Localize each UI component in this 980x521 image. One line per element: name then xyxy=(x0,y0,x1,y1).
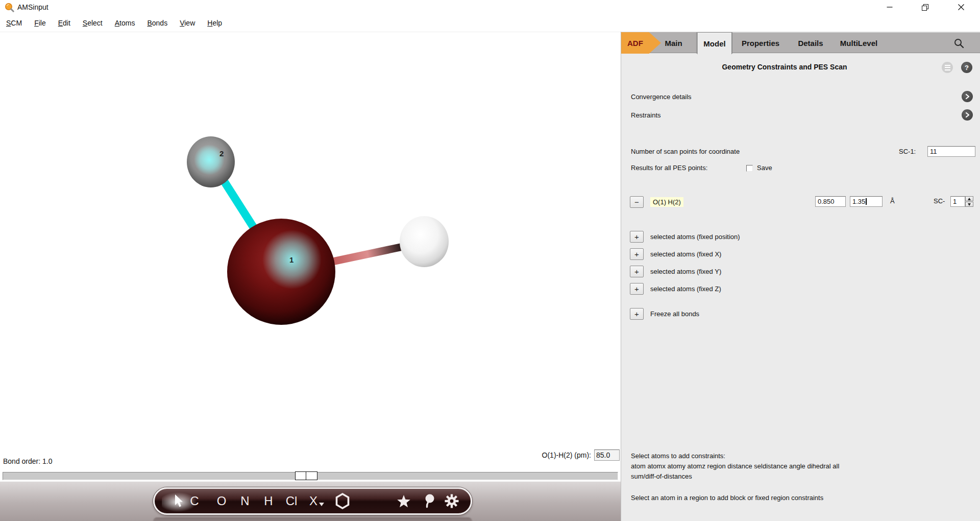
element-cl-button[interactable]: Cl xyxy=(282,489,301,513)
menu-help[interactable]: Help xyxy=(207,17,222,29)
panel-title: Geometry Constraints and PES Scan xyxy=(631,63,938,71)
region-help-text: Select an atom in a region to add block … xyxy=(631,494,968,502)
fixed-y-label: selected atoms (fixed Y) xyxy=(650,268,721,275)
star-icon xyxy=(397,494,411,508)
view-slider-track[interactable] xyxy=(3,472,618,480)
tab-properties[interactable]: Properties xyxy=(732,32,789,54)
chevron-right-icon xyxy=(964,111,971,119)
benzene-ring-icon xyxy=(335,492,350,510)
toolbar-strip: C O N H Cl X xyxy=(0,481,621,521)
menu-lines-icon xyxy=(945,65,950,66)
element-c-button[interactable]: C xyxy=(187,489,202,513)
restore-button[interactable] xyxy=(913,0,937,14)
adf-input-panel: ADF Main Model Properties Details MultiL… xyxy=(621,32,980,521)
scan-from-input[interactable]: 0.850 xyxy=(815,196,846,207)
element-toolbar: C O N H Cl X xyxy=(153,487,472,515)
scan-points-input[interactable]: 11 xyxy=(927,146,975,157)
menu-view[interactable]: View xyxy=(180,17,195,29)
element-n-button[interactable]: N xyxy=(238,489,252,513)
arrow-down-icon xyxy=(968,203,971,206)
bond-order-status: Bond order: 1.0 xyxy=(3,457,53,465)
menu-bar: SCM File Edit Select Atoms Bonds View He… xyxy=(0,14,621,32)
freeze-all-bonds-label: Freeze all bonds xyxy=(650,310,699,318)
fixed-x-label: selected atoms (fixed X) xyxy=(650,250,721,258)
menu-bonds[interactable]: Bonds xyxy=(147,17,167,29)
close-button[interactable] xyxy=(949,0,973,14)
menu-edit[interactable]: Edit xyxy=(58,17,70,29)
constraints-help-text: Select atoms to add constraints: atom at… xyxy=(631,451,968,482)
save-checkbox-label[interactable]: Save xyxy=(757,164,772,172)
molecule-3d-view[interactable]: 2 1 xyxy=(0,32,621,472)
select-tool-button[interactable] xyxy=(169,489,186,513)
settings-button[interactable] xyxy=(443,489,461,513)
gear-icon xyxy=(444,493,459,509)
tab-model[interactable]: Model xyxy=(697,32,732,54)
tab-multilevel[interactable]: MultiLevel xyxy=(832,32,886,54)
text-caret xyxy=(866,198,867,205)
add-fixed-z-button[interactable]: + xyxy=(630,283,644,295)
tab-group: Properties Details MultiLevel xyxy=(732,32,980,54)
balloon-tool-button[interactable] xyxy=(421,489,438,513)
atom-h2[interactable]: 2 xyxy=(187,136,235,187)
close-icon xyxy=(958,4,964,10)
search-icon xyxy=(953,38,965,49)
minimize-button[interactable] xyxy=(878,0,901,14)
menu-select[interactable]: Select xyxy=(83,17,103,29)
minimize-icon xyxy=(887,4,893,10)
panel-tab-bar: ADF Main Model Properties Details MultiL… xyxy=(621,32,980,53)
atom-o1[interactable]: 1 xyxy=(227,219,335,325)
panel-menu-button[interactable] xyxy=(942,62,953,73)
scan-to-input[interactable]: 1.35 xyxy=(850,196,883,207)
element-x-button[interactable]: X xyxy=(306,489,321,513)
arrow-up-icon xyxy=(968,198,971,200)
menu-atoms[interactable]: Atoms xyxy=(115,17,135,29)
fixed-z-label: selected atoms (fixed Z) xyxy=(650,285,721,293)
sc-label: SC- xyxy=(934,197,945,205)
view-slider-handle[interactable] xyxy=(295,471,317,480)
distance-label: O(1)-H(2) (pm): xyxy=(459,451,591,459)
sc-number-input[interactable]: 1 xyxy=(950,196,965,207)
save-checkbox[interactable] xyxy=(746,165,753,172)
menu-scm[interactable]: SCM xyxy=(6,17,22,29)
element-h-button[interactable]: H xyxy=(261,489,276,513)
restore-icon xyxy=(922,4,928,11)
app-logo-magnifier-icon xyxy=(4,2,14,12)
ring-tool-button[interactable] xyxy=(333,489,352,513)
panel-help-button[interactable]: ? xyxy=(961,62,972,73)
title-bar: AMSinput xyxy=(0,0,980,14)
add-fixed-position-button[interactable]: + xyxy=(630,231,644,243)
restraints-expand-button[interactable] xyxy=(962,109,973,121)
spinner-down-button[interactable] xyxy=(965,202,973,207)
chevron-right-icon xyxy=(964,93,971,100)
constraint-name-label[interactable]: O(1) H(2) xyxy=(650,197,683,207)
cursor-icon xyxy=(172,494,183,508)
structures-tool-button[interactable] xyxy=(395,489,413,513)
element-x-dropdown-icon[interactable] xyxy=(319,503,324,506)
add-fixed-x-button[interactable]: + xyxy=(630,248,644,260)
molecule-viewport[interactable]: 2 1 Bond order: 1.0 O(1)-H(2) (pm): 85.0 xyxy=(0,32,621,472)
atom-h2-label: 2 xyxy=(219,149,224,158)
balloon-icon xyxy=(423,493,435,509)
window-title: AMSinput xyxy=(17,3,48,11)
scan-points-label: Number of scan points for coordinate xyxy=(631,148,740,155)
element-o-button[interactable]: O xyxy=(214,489,229,513)
angstrom-unit-label: Å xyxy=(890,197,895,205)
restraints-label[interactable]: Restraints xyxy=(631,111,661,119)
add-fixed-y-button[interactable]: + xyxy=(630,266,644,277)
distance-input[interactable]: 85.0 xyxy=(594,449,620,461)
atom-o1-label: 1 xyxy=(289,255,293,264)
freeze-all-bonds-button[interactable]: + xyxy=(630,308,644,320)
remove-constraint-button[interactable]: − xyxy=(630,196,644,208)
convergence-details-label[interactable]: Convergence details xyxy=(631,93,692,101)
sc-number-spinner xyxy=(965,196,973,207)
toolbar-reflection xyxy=(153,517,472,521)
panel-search-button[interactable] xyxy=(952,36,966,51)
results-pes-label: Results for all PES points: xyxy=(631,164,707,172)
menu-file[interactable]: File xyxy=(34,17,46,29)
convergence-expand-button[interactable] xyxy=(962,91,973,102)
tab-details[interactable]: Details xyxy=(793,32,828,54)
atom-h3[interactable] xyxy=(400,216,449,267)
spinner-up-button[interactable] xyxy=(965,196,973,201)
sc1-label: SC-1: xyxy=(899,148,916,155)
fixed-position-label: selected atoms (fixed position) xyxy=(650,233,740,241)
